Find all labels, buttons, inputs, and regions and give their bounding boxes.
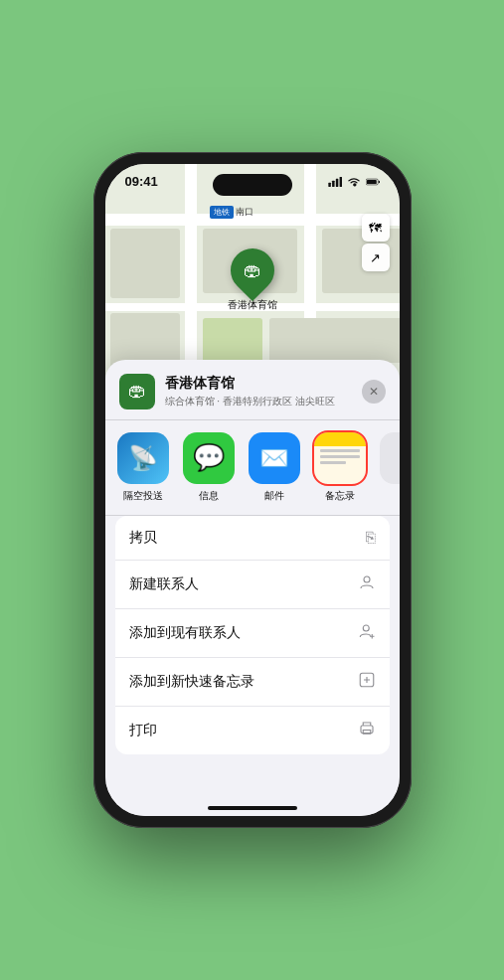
wifi-icon	[347, 177, 361, 187]
airdrop-label: 隔空投送	[123, 489, 163, 503]
subway-label: 地铁 南口	[210, 206, 253, 219]
share-item-notes[interactable]: 备忘录	[312, 432, 368, 503]
location-button[interactable]: ↗	[362, 244, 390, 271]
notes-top-bar	[314, 432, 366, 446]
phone-frame: 09:41	[93, 152, 412, 828]
action-new-contact[interactable]: 新建联系人	[115, 561, 390, 609]
share-item-messages[interactable]: 💬 信息	[181, 432, 237, 503]
dynamic-island	[213, 174, 292, 196]
airdrop-icon: 📡	[128, 444, 158, 472]
svg-rect-5	[378, 180, 379, 182]
home-indicator	[208, 806, 297, 810]
mail-icon-wrap: ✉️	[249, 432, 300, 484]
svg-rect-3	[339, 177, 341, 187]
status-time: 09:41	[125, 174, 158, 189]
share-row: 📡 隔空投送 💬 信息 ✉️ 邮件	[105, 420, 400, 515]
notes-icon-container	[314, 432, 366, 484]
subway-badge: 地铁	[210, 206, 234, 219]
svg-point-8	[363, 625, 369, 631]
print-icon	[358, 720, 376, 741]
mail-icon: ✉️	[259, 444, 289, 472]
airdrop-icon-wrap: 📡	[117, 432, 169, 484]
svg-rect-2	[335, 178, 338, 186]
copy-label: 拷贝	[129, 529, 157, 547]
svg-rect-15	[363, 730, 371, 734]
share-item-mail[interactable]: ✉️ 邮件	[247, 432, 302, 503]
stadium-icon: 🏟	[244, 260, 261, 281]
print-label: 打印	[129, 722, 157, 739]
messages-label: 信息	[199, 489, 219, 503]
close-button[interactable]: ✕	[362, 380, 386, 404]
venue-avatar: 🏟	[119, 374, 155, 409]
pin-circle: 🏟	[221, 240, 282, 301]
action-add-note[interactable]: 添加到新快速备忘录	[115, 658, 390, 707]
map-block-5	[269, 318, 400, 363]
share-item-more[interactable]: 提	[378, 432, 400, 503]
new-contact-icon	[358, 573, 376, 595]
action-add-existing[interactable]: 添加到现有联系人	[115, 609, 390, 658]
sheet-header: 🏟 香港体育馆 综合体育馆 · 香港特别行政区 油尖旺区 ✕	[105, 360, 400, 419]
status-icons	[328, 177, 380, 187]
mail-label: 邮件	[264, 489, 284, 503]
messages-icon: 💬	[193, 442, 225, 473]
svg-point-7	[364, 576, 370, 582]
add-note-icon	[358, 671, 376, 693]
new-contact-label: 新建联系人	[129, 575, 199, 593]
map-view-button[interactable]: 🗺	[362, 214, 390, 242]
action-print[interactable]: 打印	[115, 707, 390, 754]
map-green-1	[203, 318, 262, 363]
battery-icon	[366, 177, 380, 187]
add-existing-label: 添加到现有联系人	[129, 624, 241, 642]
svg-rect-6	[366, 179, 376, 183]
notes-line-2	[320, 455, 360, 458]
add-existing-icon	[358, 622, 376, 644]
venue-name: 香港体育馆	[165, 375, 352, 393]
map-block-1	[110, 229, 180, 298]
svg-rect-0	[328, 182, 331, 186]
signal-icon	[328, 177, 342, 187]
more-icon-wrap	[380, 432, 400, 484]
notes-line-3	[320, 461, 346, 464]
notes-line-1	[320, 449, 360, 452]
map-controls: 🗺 ↗	[362, 214, 390, 271]
notes-lines	[314, 446, 366, 467]
messages-icon-wrap: 💬	[183, 432, 235, 484]
venue-info: 香港体育馆 综合体育馆 · 香港特别行政区 油尖旺区	[165, 375, 352, 408]
notes-icon-wrap	[314, 432, 366, 484]
action-list: 拷贝 ⎘ 新建联系人 添加到现有联系人	[115, 516, 390, 754]
share-item-airdrop[interactable]: 📡 隔空投送	[115, 432, 171, 503]
action-copy[interactable]: 拷贝 ⎘	[115, 516, 390, 561]
add-note-label: 添加到新快速备忘录	[129, 673, 254, 691]
subway-exit-text: 南口	[236, 206, 253, 219]
venue-subtitle: 综合体育馆 · 香港特别行政区 油尖旺区	[165, 395, 352, 408]
bottom-sheet: 🏟 香港体育馆 综合体育馆 · 香港特别行政区 油尖旺区 ✕ 📡 隔空投送	[105, 360, 400, 816]
location-pin: 🏟 香港体育馆	[228, 248, 277, 312]
copy-icon: ⎘	[366, 529, 376, 547]
phone-screen: 09:41	[105, 164, 400, 816]
svg-rect-1	[332, 180, 335, 186]
notes-label: 备忘录	[325, 489, 355, 503]
